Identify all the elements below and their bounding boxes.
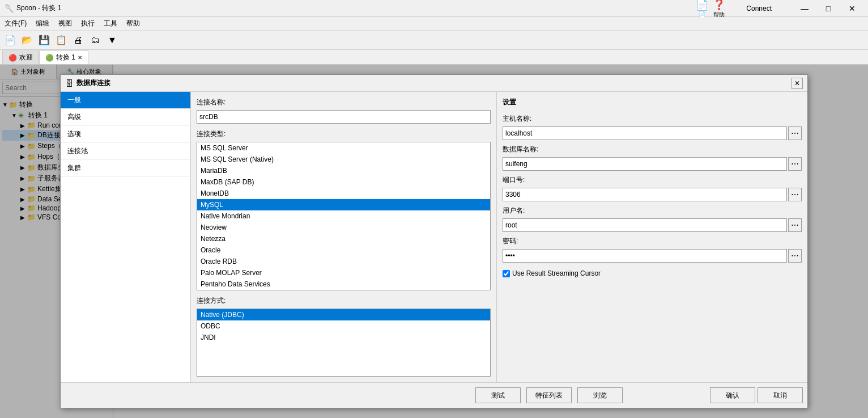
help-label: 帮助: [713, 11, 725, 19]
hostname-field: 主机名称: ⋯: [503, 114, 802, 140]
menu-edit[interactable]: 编辑: [31, 18, 54, 29]
tab-transform[interactable]: 🟢 转换 1 ✕: [39, 50, 88, 64]
dialog-right-panel: 设置 主机名称: ⋯ 数据库名称:: [497, 92, 807, 382]
streaming-cursor-checkbox[interactable]: [503, 270, 510, 277]
port-input[interactable]: [503, 188, 787, 201]
close-button[interactable]: ✕: [841, 0, 863, 17]
password-input[interactable]: [503, 249, 787, 263]
db-item-oracle[interactable]: Oracle: [197, 244, 490, 256]
toolbar-save[interactable]: 💾: [36, 32, 52, 48]
toolbar-dropdown[interactable]: ▼: [104, 32, 120, 48]
doc-button[interactable]: 📄 📄: [696, 0, 708, 18]
db-type-list[interactable]: MS SQL Server MS SQL Server (Native) Mar…: [197, 142, 491, 290]
hostname-var-button[interactable]: ⋯: [788, 126, 802, 140]
menu-execute[interactable]: 执行: [76, 18, 99, 29]
connection-name-field: 连接名称:: [197, 98, 491, 124]
test-button[interactable]: 测试: [475, 387, 521, 403]
port-label: 端口号:: [503, 175, 802, 185]
dbname-label: 数据库名称:: [503, 145, 802, 154]
dialog-nav-pool[interactable]: 连接池: [61, 143, 190, 160]
main-layout: 🏠 主对象树 🔧 核心对象 ✕ ▼ 📁 转换 ▼ ✳: [0, 65, 868, 418]
db-item-mariadb[interactable]: MariaDB: [197, 165, 490, 176]
db-item-neoview[interactable]: Neoview: [197, 222, 490, 233]
tab-welcome-label: 欢迎: [19, 53, 33, 62]
username-input-row: ⋯: [503, 218, 802, 232]
db-connection-dialog: 🗄 数据库连接 ✕ 一般 高级 选项 连接池 集群: [60, 74, 808, 408]
tab-transform-close[interactable]: ✕: [78, 54, 82, 61]
connect-button[interactable]: Connect: [746, 5, 772, 12]
conn-method-jndi[interactable]: JNDI: [197, 332, 490, 343]
cancel-button[interactable]: 取消: [758, 387, 803, 403]
toolbar-layers[interactable]: 🗂: [87, 32, 103, 48]
db-item-maxdb[interactable]: MaxDB (SAP DB): [197, 176, 490, 188]
dialog-footer: 测试 特征列表 浏览 确认 取消: [61, 382, 807, 408]
footer-right-buttons: 确认 取消: [710, 387, 803, 403]
minimize-button[interactable]: —: [793, 0, 816, 17]
dialog-nav: 一般 高级 选项 连接池 集群: [61, 92, 191, 382]
dialog-nav-general[interactable]: 一般: [61, 92, 190, 109]
username-var-button[interactable]: ⋯: [788, 218, 802, 232]
footer-center-buttons: 测试 特征列表 浏览: [388, 387, 710, 403]
db-item-oracle-rdb[interactable]: Oracle RDB: [197, 256, 490, 267]
dbname-var-button[interactable]: ⋯: [788, 157, 802, 171]
streaming-cursor-label: Use Result Streaming Cursor: [512, 269, 601, 277]
db-item-native-mondrian[interactable]: Native Mondrian: [197, 210, 490, 222]
dialog-nav-options[interactable]: 选项: [61, 126, 190, 143]
menu-view[interactable]: 视图: [54, 18, 76, 29]
password-input-row: ⋯: [503, 249, 802, 263]
toolbar-print[interactable]: 🖨: [70, 32, 86, 48]
db-item-mysql[interactable]: MySQL: [197, 199, 490, 210]
password-label: 密码:: [503, 237, 802, 246]
dialog-title: 数据库连接: [76, 78, 792, 88]
dialog-overlay: 🗄 数据库连接 ✕ 一般 高级 选项 连接池 集群: [0, 65, 868, 418]
dialog-title-bar: 🗄 数据库连接 ✕: [61, 75, 807, 92]
dialog-nav-cluster[interactable]: 集群: [61, 160, 190, 177]
connection-method-list[interactable]: Native (JDBC) ODBC JNDI: [197, 309, 491, 377]
menu-bar: 文件(F) 编辑 视图 执行 工具 帮助: [0, 17, 868, 31]
dialog-close-button[interactable]: ✕: [792, 78, 803, 89]
dbname-input-row: ⋯: [503, 157, 802, 171]
db-item-monetdb[interactable]: MonetDB: [197, 188, 490, 199]
toolbar-open[interactable]: 📂: [19, 32, 35, 48]
streaming-cursor-row: Use Result Streaming Cursor: [503, 269, 802, 277]
app-icon: 🥄: [5, 4, 14, 13]
tab-welcome[interactable]: 🔴 欢迎: [2, 50, 39, 64]
settings-title: 设置: [503, 98, 802, 107]
dialog-body: 一般 高级 选项 连接池 集群 连接名称:: [61, 92, 807, 382]
window-controls: — □ ✕: [793, 0, 863, 17]
dialog-middle-panel: 连接名称: 连接类型: MS SQL Server MS SQL Server …: [191, 92, 497, 382]
db-item-mssql-native[interactable]: MS SQL Server (Native): [197, 154, 490, 165]
menu-help[interactable]: 帮助: [122, 18, 144, 29]
db-item-mssql[interactable]: MS SQL Server: [197, 142, 490, 154]
username-field: 用户名: ⋯: [503, 206, 802, 232]
toolbar: 📄 📂 💾 📋 🖨 🗂 ▼: [0, 31, 868, 50]
browse-button[interactable]: 浏览: [577, 387, 623, 403]
help-button[interactable]: ❓ 帮助: [713, 0, 725, 19]
conn-method-native[interactable]: Native (JDBC): [197, 309, 490, 320]
ok-button[interactable]: 确认: [710, 387, 755, 403]
doc-label: 📄: [696, 11, 708, 18]
hostname-label: 主机名称:: [503, 114, 802, 124]
conn-method-odbc[interactable]: ODBC: [197, 320, 490, 332]
tab-transform-icon: 🟢: [45, 54, 54, 62]
menu-file[interactable]: 文件(F): [0, 18, 31, 29]
db-item-netezza[interactable]: Netezza: [197, 233, 490, 244]
dialog-nav-advanced[interactable]: 高级: [61, 109, 190, 126]
toolbar-new[interactable]: 📄: [2, 32, 18, 48]
dialog-icon: 🗄: [65, 79, 73, 88]
toolbar-saveas[interactable]: 📋: [53, 32, 69, 48]
hostname-input[interactable]: [503, 126, 787, 140]
dbname-input[interactable]: [503, 157, 787, 171]
menu-tools[interactable]: 工具: [99, 18, 122, 29]
db-item-palo[interactable]: Palo MOLAP Server: [197, 267, 490, 278]
password-field: 密码: ⋯: [503, 237, 802, 263]
title-bar: 🥄 Spoon - 转换 1 📄 📄 ❓ 帮助 — □ ✕: [0, 0, 868, 17]
port-var-button[interactable]: ⋯: [788, 188, 802, 201]
maximize-button[interactable]: □: [817, 0, 840, 17]
connection-name-input[interactable]: [197, 110, 491, 124]
features-button[interactable]: 特征列表: [526, 387, 572, 403]
title-text: Spoon - 转换 1: [16, 3, 61, 13]
db-item-pentaho[interactable]: Pentaho Data Services: [197, 278, 490, 290]
password-var-button[interactable]: ⋯: [788, 249, 802, 263]
username-input[interactable]: [503, 218, 787, 232]
